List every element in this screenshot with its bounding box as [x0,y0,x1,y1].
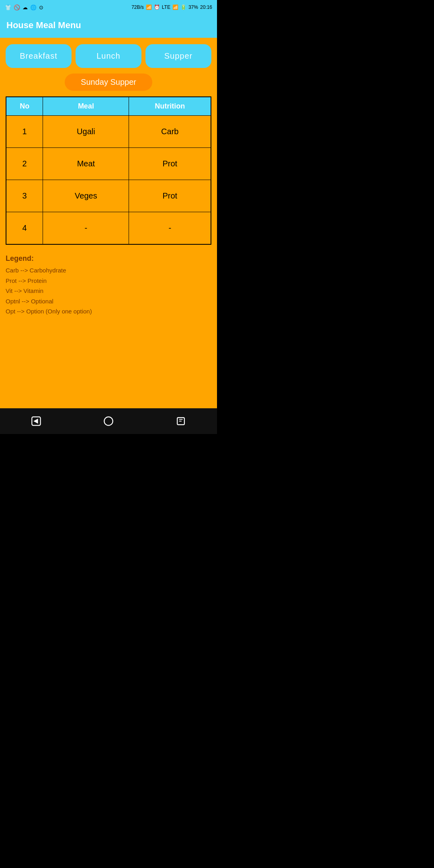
row-0-no: 1 [6,116,43,148]
shirt-icon: 👕 [5,4,11,10]
nav-bar [0,408,217,434]
app-bar: House Meal Menu [0,14,217,38]
target-icon: ⊙ [39,4,43,10]
header-no: No [6,97,43,116]
battery-icon: 🔋 [180,4,186,10]
globe-icon: 🌐 [30,4,37,10]
alarm-icon: ⏰ [154,4,160,10]
header-nutrition: Nutrition [129,97,211,116]
no-icon: 🚫 [14,4,20,10]
cloud-icon: ☁ [23,4,28,10]
row-0-nutrition: Carb [129,116,211,148]
supper-tab[interactable]: Supper [145,44,211,68]
row-3-nutrition: - [129,212,211,245]
legend-item-3: Optnl --> Optional [6,296,211,307]
row-3-no: 4 [6,212,43,245]
home-nav-icon[interactable] [101,414,116,428]
network-speed: 72B/s [131,4,144,10]
table-row: 2 Meat Prot [6,148,211,180]
app-title: House Meal Menu [6,20,211,31]
day-label-wrapper: Sunday Supper [6,74,211,91]
legend-item-1: Prot --> Protein [6,276,211,286]
main-content: Breakfast Lunch Supper Sunday Supper No … [0,38,217,408]
table-row: 1 Ugali Carb [6,116,211,148]
status-right-info: 72B/s 📶 ⏰ LTE 📶 🔋 37% 20:16 [131,4,212,10]
row-1-meal: Meat [43,148,129,180]
breakfast-tab[interactable]: Breakfast [6,44,72,68]
legend-item-4: Opt --> Option (Only one option) [6,306,211,317]
row-2-no: 3 [6,180,43,212]
row-1-nutrition: Prot [129,148,211,180]
legend-item-0: Carb --> Carbohydrate [6,265,211,276]
legend-item-2: Vit --> Vitamin [6,286,211,296]
row-3-meal: - [43,212,129,245]
battery-percent: 37% [188,4,198,10]
table-row: 3 Veges Prot [6,180,211,212]
meal-tabs: Breakfast Lunch Supper [6,44,211,68]
row-0-meal: Ugali [43,116,129,148]
header-meal: Meal [43,97,129,116]
table-row: 4 - - [6,212,211,245]
active-day-label: Sunday Supper [65,74,152,91]
clock: 20:16 [200,4,212,10]
status-left-icons: 👕 🚫 ☁ 🌐 ⊙ [5,4,43,10]
table-header-row: No Meal Nutrition [6,97,211,116]
legend-items: Carb --> CarbohydrateProt --> ProteinVit… [6,265,211,317]
meal-table: No Meal Nutrition 1 Ugali Carb 2 Meat Pr… [6,96,211,245]
back-nav-icon[interactable] [29,414,43,428]
legend-title: Legend: [6,254,211,263]
wifi-icon: 📶 [146,4,152,10]
row-2-meal: Veges [43,180,129,212]
row-1-no: 2 [6,148,43,180]
svg-point-1 [104,417,113,425]
signal-bars: 📶 [172,4,178,10]
legend-section: Legend: Carb --> CarbohydrateProt --> Pr… [6,254,211,317]
status-bar: 👕 🚫 ☁ 🌐 ⊙ 72B/s 📶 ⏰ LTE 📶 🔋 37% 20:16 [0,0,217,14]
lte-label: LTE [162,4,170,10]
recents-nav-icon[interactable] [174,414,188,428]
lunch-tab[interactable]: Lunch [76,44,141,68]
row-2-nutrition: Prot [129,180,211,212]
